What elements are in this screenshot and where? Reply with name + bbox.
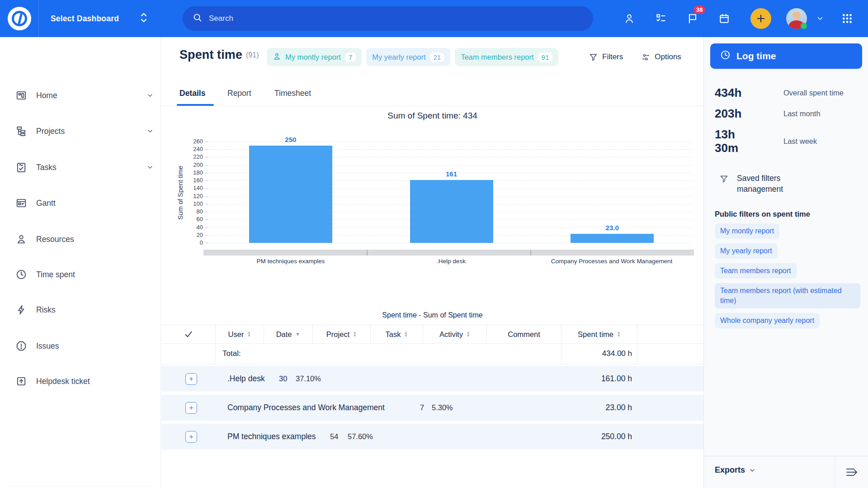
sort-icon[interactable]: ▲▼ xyxy=(353,331,357,337)
y-tick-mark xyxy=(205,227,208,228)
stat-label: Overall spent time xyxy=(783,86,858,99)
table-row-company-processes[interactable]: + Company Processes and Work Management … xyxy=(161,395,703,421)
row-project-name[interactable]: .Help desk xyxy=(227,374,265,384)
exports-button[interactable]: Exports xyxy=(715,465,756,475)
y-tick-label: 80 xyxy=(184,208,203,215)
table-row-pm-techniques[interactable]: + PM techniques examples 54 57.60% 250.0… xyxy=(161,424,703,450)
chevron-down-icon[interactable] xyxy=(146,92,154,99)
public-filter-my-montly-report[interactable]: My montly report xyxy=(715,223,779,239)
column-header-comment[interactable]: Comment xyxy=(486,325,561,343)
sort-desc-icon[interactable]: ▼ xyxy=(295,331,300,337)
panel-collapse-button[interactable] xyxy=(842,464,862,480)
sidebar-item-tasks[interactable]: Tasks xyxy=(0,156,161,179)
bar-value-label: 161 xyxy=(425,170,479,178)
quick-add-button[interactable] xyxy=(750,8,771,29)
y-tick-mark xyxy=(205,243,208,243)
person-icon xyxy=(15,233,27,245)
log-time-button[interactable]: Log time xyxy=(710,43,862,69)
column-header-task[interactable]: Task ▲▼ xyxy=(370,325,423,343)
tab-details[interactable]: Details xyxy=(179,89,205,98)
row-project-name[interactable]: Company Processes and Work Management xyxy=(227,403,385,412)
sidebar-item-resources[interactable]: Resources xyxy=(0,228,161,251)
apps-grid-button[interactable] xyxy=(835,0,859,37)
sidebar-item-projects[interactable]: Projects xyxy=(0,120,161,142)
app-logo[interactable] xyxy=(0,0,39,37)
y-tick-label: 0 xyxy=(184,239,203,246)
sidebar-item-helpdesk-ticket[interactable]: Helpdesk ticket xyxy=(0,370,161,393)
log-time-label: Log time xyxy=(736,51,776,62)
row-percent: 5.30% xyxy=(432,403,453,412)
calendar-button[interactable] xyxy=(714,0,734,37)
search-bar[interactable] xyxy=(183,6,593,31)
chevron-down-icon xyxy=(749,467,756,474)
stat-last-week: 13h 30m Last week xyxy=(715,128,858,155)
row-hours: 250.00 h xyxy=(562,432,632,441)
options-label: Options xyxy=(655,52,681,62)
sidebar-item-label: Projects xyxy=(36,127,65,136)
right-panel: Log time 434h Overall spent time 203h La… xyxy=(703,37,868,488)
clock-icon xyxy=(720,50,731,62)
tab-report[interactable]: Report xyxy=(227,89,251,98)
tab-timesheet[interactable]: Timesheet xyxy=(274,89,311,98)
expand-row-button[interactable]: + xyxy=(185,373,197,385)
notifications-flag-button[interactable]: 38 xyxy=(683,0,703,37)
column-header-user[interactable]: User ▲▼ xyxy=(215,325,264,343)
chip-my-yearly-report[interactable]: My yearly report 21 xyxy=(366,48,450,66)
bar-value-label: 250 xyxy=(264,136,318,143)
filters-button[interactable]: Filters xyxy=(589,52,623,62)
sort-icon[interactable]: ▲▼ xyxy=(404,331,408,337)
bar-help-desk[interactable] xyxy=(410,180,493,243)
sort-icon[interactable]: ▲▼ xyxy=(617,331,621,337)
chart-x-scroll-track[interactable] xyxy=(203,250,694,256)
sidebar-item-time-spent[interactable]: Time spent xyxy=(0,263,161,286)
sidebar-item-label: Resources xyxy=(36,235,74,244)
profile-shortcut-button[interactable] xyxy=(619,0,639,37)
saved-filters-management[interactable]: Saved filters management xyxy=(719,173,809,194)
chevron-down-icon[interactable] xyxy=(146,164,154,171)
select-all-column-header[interactable] xyxy=(161,325,215,343)
sidebar-item-issues[interactable]: Issues xyxy=(0,335,161,357)
avatar-chevron-down-icon[interactable] xyxy=(813,0,827,37)
bar-pm-techniques-examples[interactable] xyxy=(249,146,332,243)
public-filter-team-members-report-estimated[interactable]: Team members report (with estimated time… xyxy=(715,283,860,308)
sidebar-item-risks[interactable]: Risks xyxy=(0,298,161,321)
chip-label: My yearly report xyxy=(372,53,425,62)
y-tick-label: 100 xyxy=(184,200,203,207)
public-filter-team-members-report[interactable]: Team members report xyxy=(715,263,797,279)
column-header-activity[interactable]: Activity ▲▼ xyxy=(423,325,486,343)
public-filters-heading: Public filters on spent time xyxy=(715,210,810,218)
sidebar-item-gantt[interactable]: Gantt xyxy=(0,192,161,214)
public-filter-whole-company-yearly[interactable]: Whole company yearly report xyxy=(715,313,820,328)
tab-bar: Details Report Timesheet xyxy=(161,86,703,106)
row-project-name[interactable]: PM techniques examples xyxy=(227,432,316,441)
stat-value: 13h 30m xyxy=(715,128,751,155)
search-input[interactable] xyxy=(209,14,583,23)
y-tick-mark xyxy=(205,157,208,157)
column-header-spent-time[interactable]: Spent time ▲▼ xyxy=(561,325,637,343)
expand-row-button[interactable]: + xyxy=(185,431,197,443)
filter-funnel-icon xyxy=(589,52,598,62)
task-checklist-button[interactable] xyxy=(651,0,671,37)
sort-icon[interactable]: ▲▼ xyxy=(247,331,251,337)
track-notch xyxy=(530,250,531,256)
exports-bar: Exports xyxy=(704,456,868,488)
public-filter-my-yearly-report[interactable]: My yearly report xyxy=(715,243,778,259)
chevron-down-icon[interactable] xyxy=(146,128,154,135)
sort-icon[interactable]: ▲▼ xyxy=(466,331,470,337)
topbar: Select Dashboard 38 xyxy=(0,0,868,37)
chip-team-members-report[interactable]: Team members report 91 xyxy=(455,48,558,66)
column-header-date[interactable]: Date ▼ xyxy=(264,325,312,343)
y-tick-label: 240 xyxy=(184,146,203,152)
table-row-help-desk[interactable]: + .Help desk 30 37.10% 161.00 h xyxy=(161,366,703,392)
chip-my-montly-report[interactable]: My montly report 7 xyxy=(267,48,362,66)
dashboard-selector[interactable]: Select Dashboard xyxy=(51,0,148,37)
y-tick-mark xyxy=(205,204,208,204)
page-count: (91) xyxy=(246,51,259,59)
sidebar-item-home[interactable]: Home xyxy=(0,84,161,107)
stat-value: 434h xyxy=(715,86,783,99)
expand-row-button[interactable]: + xyxy=(185,402,197,414)
app-root: Select Dashboard 38 xyxy=(0,0,868,488)
options-button[interactable]: Options xyxy=(641,52,681,62)
bar-company-processes-and-work-management[interactable] xyxy=(571,234,654,243)
column-header-project[interactable]: Project ▲▼ xyxy=(312,325,370,343)
